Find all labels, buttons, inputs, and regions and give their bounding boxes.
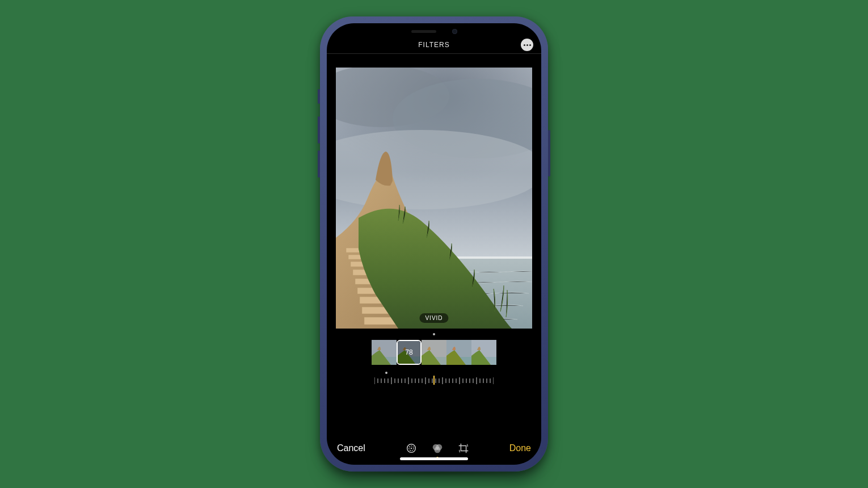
filter-thumb-vivid-cool[interactable] — [446, 340, 471, 365]
intensity-slider-area — [327, 372, 541, 388]
phone-frame: FILTERS — [320, 16, 548, 472]
applied-filter-badge: VIVID — [419, 313, 448, 323]
filter-thumb-vivid[interactable]: 78 — [397, 340, 422, 365]
slider-origin-dot — [385, 372, 387, 374]
crop-tab-icon[interactable] — [457, 442, 470, 455]
cancel-button[interactable]: Cancel — [337, 443, 365, 453]
filter-intensity-value: 78 — [398, 341, 420, 364]
svg-point-59 — [434, 447, 440, 453]
volume-up-button — [318, 116, 320, 144]
intensity-slider[interactable] — [374, 376, 494, 388]
front-camera — [452, 29, 457, 34]
filters-tab-icon[interactable] — [431, 442, 444, 455]
photo-preview[interactable]: VIVID — [336, 68, 532, 329]
speaker — [411, 30, 436, 33]
adjust-tab-icon[interactable] — [405, 442, 418, 455]
mute-switch — [318, 89, 320, 104]
volume-down-button — [318, 150, 320, 178]
filter-reset-dot — [433, 333, 435, 335]
done-button[interactable]: Done — [509, 443, 531, 453]
filter-thumb-dramatic[interactable] — [471, 340, 496, 365]
filter-thumbnails[interactable]: 78 — [372, 339, 496, 366]
slider-indicator[interactable] — [433, 376, 435, 385]
notch — [386, 23, 482, 39]
screen-title: FILTERS — [418, 41, 449, 49]
svg-point-4 — [336, 130, 532, 209]
home-indicator[interactable] — [400, 457, 468, 460]
power-button — [548, 130, 550, 176]
ellipsis-icon — [524, 44, 525, 46]
more-options-button[interactable] — [521, 39, 533, 51]
filter-thumb-vivid-warm[interactable] — [422, 340, 446, 365]
svg-point-56 — [410, 448, 412, 449]
phone-screen: FILTERS — [327, 23, 541, 465]
landscape-photo-svg — [336, 68, 532, 329]
photo-preview-area: VIVID — [327, 54, 541, 388]
filter-thumb-original[interactable] — [372, 340, 397, 365]
editor-mode-tabs — [405, 442, 470, 455]
